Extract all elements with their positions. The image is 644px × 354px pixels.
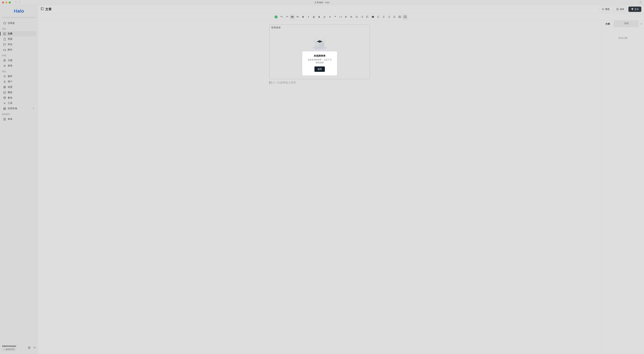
- svg-point-6: [5, 60, 5, 60]
- toolbar-search[interactable]: [397, 15, 402, 19]
- tab-detail[interactable]: 详情: [614, 21, 639, 27]
- svg-rect-63: [404, 16, 406, 18]
- sidebar-item-market[interactable]: 应用市场: [2, 106, 36, 111]
- logout-button[interactable]: [33, 346, 36, 350]
- svg-point-27: [29, 347, 30, 348]
- sidebar-item-label: 概览: [8, 91, 12, 94]
- page-icon: [3, 38, 6, 41]
- account-button[interactable]: [28, 346, 31, 350]
- sidebar-item-comments[interactable]: 评论: [2, 42, 36, 47]
- toolbar-bold[interactable]: B: [301, 15, 306, 19]
- publish-button[interactable]: 发布: [628, 7, 641, 12]
- sidebar-item-tools[interactable]: 工具: [2, 101, 36, 106]
- role-label: 超级管理员: [6, 348, 15, 351]
- toolbar-alignright[interactable]: [386, 15, 391, 19]
- toolbar-codeblock[interactable]: [370, 15, 375, 19]
- toolbar-superscript[interactable]: x2: [344, 15, 348, 19]
- tab-outline[interactable]: 大纲: [602, 21, 614, 27]
- sidebar-item-forms[interactable]: 表单: [2, 116, 36, 122]
- sidebar-item-users[interactable]: 用户: [2, 79, 36, 84]
- toolbar-alignleft[interactable]: [376, 15, 380, 19]
- toolbar-code[interactable]: [338, 15, 343, 19]
- close-window[interactable]: [2, 2, 4, 4]
- svg-rect-18: [5, 108, 6, 108]
- toolbar-ul[interactable]: [354, 15, 359, 19]
- svg-point-7: [4, 61, 4, 61]
- toolbar-sidepanel-toggle[interactable]: [403, 15, 407, 19]
- svg-point-4: [4, 59, 6, 62]
- toolbar-insert-button[interactable]: +: [274, 16, 278, 19]
- svg-rect-2: [4, 33, 6, 35]
- sidebar-item-themes[interactable]: 主题: [2, 58, 36, 63]
- overview-icon: [3, 91, 6, 94]
- svg-rect-20: [5, 109, 6, 110]
- maximize-window[interactable]: [9, 2, 11, 4]
- sidebar-item-label: 插件: [8, 75, 12, 78]
- sidebar-item-attachments[interactable]: 附件: [2, 47, 36, 53]
- svg-rect-60: [399, 16, 401, 18]
- sidebar-item-menus[interactable]: 菜单: [2, 63, 36, 69]
- editor-canvas[interactable]: 联系表单: [38, 21, 602, 354]
- sidebar-item-label: 菜单: [8, 64, 12, 67]
- share-button[interactable]: [639, 1, 642, 4]
- sidebar-item-label: 评论: [8, 43, 12, 46]
- sidebar-item-label: 设置: [8, 86, 12, 89]
- sidebar-item-label: 应用市场: [8, 107, 17, 110]
- sidebar-item-label: 工具: [8, 102, 12, 105]
- nav-forward-button[interactable]: [18, 1, 21, 4]
- toolbar-redo[interactable]: [284, 15, 289, 19]
- toolbar-strike[interactable]: S: [317, 15, 322, 19]
- role-icon: [3, 348, 5, 350]
- toolbar-ol[interactable]: 123: [360, 15, 364, 19]
- empty-state-card: 未选择表单 当前未选择表单，点击下方按钮选择 选择: [302, 51, 337, 76]
- sidebar-item-overview[interactable]: 概览: [2, 90, 36, 95]
- toolbar-highlight[interactable]: [322, 15, 327, 19]
- svg-point-73: [325, 37, 326, 38]
- select-form-button[interactable]: 选择: [314, 67, 325, 72]
- editor-toolbar: + H# TT B I U S A “ x2 x2 123: [38, 14, 644, 21]
- toolbar-quote[interactable]: “: [333, 15, 338, 19]
- sidebar-item-pages[interactable]: 页面: [2, 37, 36, 42]
- sidebar-item-label: 文章: [8, 32, 12, 35]
- toolbar-underline[interactable]: U: [312, 15, 316, 19]
- toolbar-italic[interactable]: I: [306, 15, 311, 19]
- toolbar-heading[interactable]: H#: [290, 15, 295, 19]
- save-button[interactable]: 保存: [614, 7, 627, 12]
- right-panel-tab-bg: 详情: [614, 21, 639, 27]
- toolbar-aligncenter[interactable]: [381, 15, 386, 19]
- button-label: 保存: [620, 8, 624, 11]
- sidebar-item-posts[interactable]: 文章: [2, 31, 36, 37]
- nav-back-button[interactable]: [15, 1, 17, 4]
- toolbar-textcolor[interactable]: A: [328, 15, 332, 19]
- sidebar-item-plugins[interactable]: 插件: [2, 74, 36, 79]
- page-header: 文章 预览 保存 发布: [38, 5, 644, 14]
- toolbar-textsize[interactable]: TT: [295, 15, 300, 19]
- minimize-window[interactable]: [5, 2, 8, 4]
- sidebar-item-label: 附件: [8, 48, 12, 51]
- collapse-panel-button[interactable]: [639, 21, 644, 27]
- toolbar-subscript[interactable]: x2: [349, 15, 354, 19]
- svg-rect-19: [4, 109, 4, 110]
- editor-placeholder[interactable]: 输入 / 以选择输入类型: [269, 79, 370, 86]
- toolbar-justify[interactable]: [392, 15, 397, 19]
- toolbar-tasklist[interactable]: [365, 15, 370, 19]
- eye-icon: [602, 8, 604, 11]
- form-block[interactable]: 联系表单: [269, 25, 370, 79]
- brand-logo: Halo: [2, 7, 36, 17]
- sidebar-item-label: 表单: [8, 118, 12, 121]
- window-titlebar: 文章编辑 - Halo: [0, 0, 644, 5]
- form-block-title: 联系表单: [270, 25, 370, 31]
- list-icon: [3, 65, 6, 67]
- page-title-icon: [40, 7, 44, 11]
- toolbar-undo[interactable]: [279, 15, 284, 19]
- page-title: 文章: [45, 7, 52, 12]
- preview-button[interactable]: 预览: [599, 7, 612, 12]
- svg-rect-15: [4, 97, 6, 97]
- sidebar-item-backup[interactable]: 备份: [2, 95, 36, 101]
- svg-rect-44: [366, 17, 367, 18]
- sidebar-item-settings[interactable]: 设置: [2, 84, 36, 90]
- right-panel-tabs: 大纲 详情: [602, 21, 644, 27]
- palette-icon: [3, 59, 6, 62]
- sidebar-item-dashboard[interactable]: 仪表盘: [2, 21, 36, 26]
- sidebar-search[interactable]: [2, 17, 36, 18]
